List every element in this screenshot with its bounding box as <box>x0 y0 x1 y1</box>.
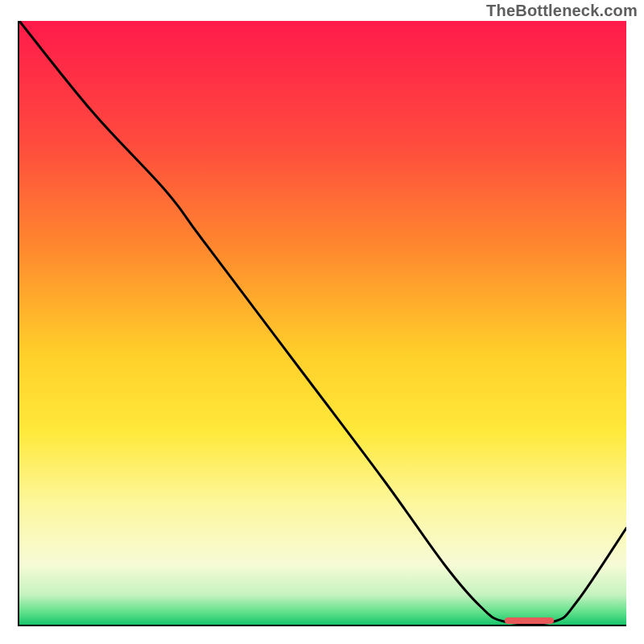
attribution-text: TheBottleneck.com <box>486 2 638 20</box>
optimal-range-marker <box>505 617 553 624</box>
chart-plot-area <box>18 21 626 626</box>
chart-background <box>19 21 626 625</box>
chart-svg <box>19 21 626 625</box>
